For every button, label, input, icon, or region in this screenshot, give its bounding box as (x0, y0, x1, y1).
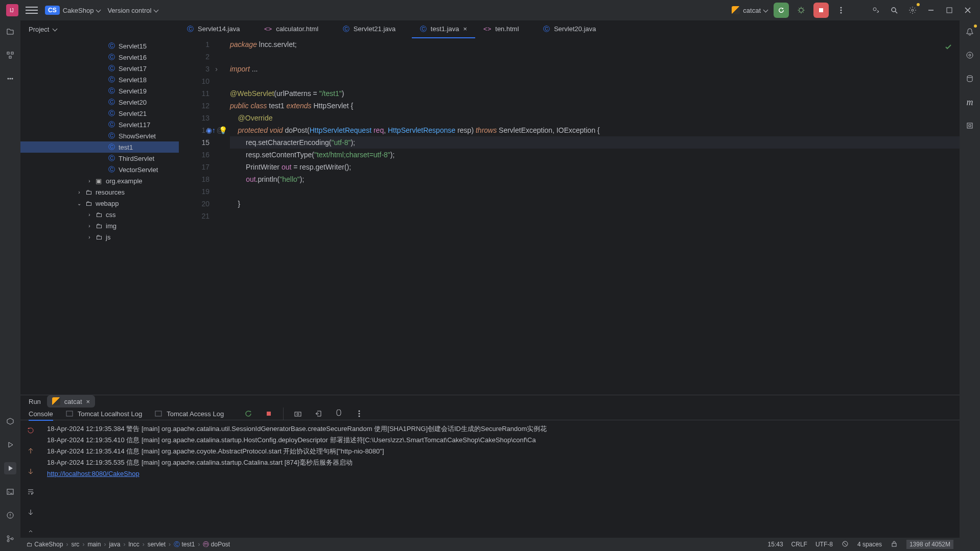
project-tool-button[interactable] (4, 26, 16, 38)
code-line[interactable] (230, 185, 960, 198)
code-line[interactable] (230, 51, 960, 63)
line-gutter[interactable]: 123›1011121314◉↑@15161718192021 (179, 38, 215, 395)
run-config-tab[interactable]: catcat × (47, 395, 95, 408)
gutter-line[interactable]: 19 (179, 185, 209, 198)
chevron-right-icon[interactable]: › (84, 178, 95, 184)
tree-folder-item[interactable]: ›🗀js (20, 231, 179, 243)
code-line[interactable]: } (230, 198, 960, 210)
tree-folder-item[interactable]: ›🗀resources (20, 186, 179, 198)
gutter-line[interactable]: 18 (179, 173, 209, 185)
settings-button[interactable] (906, 4, 919, 16)
git-tool-button[interactable] (4, 533, 16, 545)
tree-folder-item[interactable]: ›🗀css (20, 209, 179, 220)
search-button[interactable] (888, 4, 900, 16)
gutter-line[interactable]: 17 (179, 161, 209, 173)
tabs-more-button[interactable] (947, 23, 960, 36)
project-tool-header[interactable]: Project (20, 26, 179, 33)
tree-class-item[interactable]: ⒸServlet117 (20, 119, 179, 130)
gutter-line[interactable]: 10 (179, 75, 209, 87)
tree-class-item[interactable]: ⒸServlet19 (20, 85, 179, 97)
code-line[interactable]: public class test1 extends HttpServlet { (230, 100, 960, 112)
close-icon[interactable]: × (86, 398, 90, 405)
scroll-button[interactable] (25, 506, 37, 518)
coverage-button[interactable] (964, 119, 976, 132)
breadcrumb-item[interactable]: java (109, 541, 120, 548)
more-actions-button[interactable] (835, 4, 847, 16)
gutter-line[interactable]: 2 (179, 51, 209, 63)
wrap-button[interactable] (25, 486, 37, 498)
more-tool-button[interactable] (4, 73, 16, 85)
notifications-button[interactable] (964, 26, 976, 38)
code-area[interactable]: package lncc.servlet;import ...@WebServl… (215, 38, 960, 395)
access-log-tab[interactable]: Tomcat Access Log (154, 410, 224, 418)
override-icon[interactable]: ◉↑ (206, 124, 216, 136)
code-line[interactable]: import ... (230, 63, 960, 75)
editor-tab[interactable]: <>calculator.html× (256, 20, 335, 38)
tree-class-item[interactable]: Ⓒtest1 (20, 141, 179, 153)
breadcrumbs[interactable]: 🗀 CakeShop›src›main›java›lncc›servlet›Ⓒ … (27, 540, 230, 549)
editor-tab[interactable]: ⒸServlet14.java× (179, 20, 256, 38)
gutter-line[interactable]: 13 (179, 112, 209, 124)
console-output[interactable]: 18-Apr-2024 12:19:35.384 警告 [main] org.a… (41, 420, 960, 539)
run-config-selector[interactable]: catcat (732, 6, 767, 14)
readonly-icon[interactable] (841, 540, 849, 549)
chevron-right-icon[interactable]: › (84, 223, 95, 229)
maven-button[interactable]: m (964, 96, 976, 108)
rerun-button[interactable] (242, 408, 254, 420)
breadcrumb-item[interactable]: 🗀 CakeShop (27, 541, 63, 548)
minimize-button[interactable] (925, 4, 937, 16)
tree-class-item[interactable]: ⒸServlet16 (20, 52, 179, 63)
tree-class-item[interactable]: ⒸShowServlet (20, 130, 179, 141)
code-with-me-button[interactable] (870, 4, 882, 16)
gutter-line[interactable]: 21 (179, 210, 209, 222)
screenshot-button[interactable] (292, 408, 304, 420)
tree-folder-item[interactable]: ⌄🗀webapp (20, 198, 179, 209)
ai-assistant-button[interactable] (964, 49, 976, 61)
project-tree[interactable]: ⒸServlet15ⒸServlet16ⒸServlet17ⒸServlet18… (20, 38, 179, 395)
run-more-button[interactable] (353, 408, 365, 420)
problems-tool-button[interactable] (4, 509, 16, 521)
code-line[interactable]: out.println("hello"); (230, 173, 960, 185)
indent-info[interactable]: 4 spaces (857, 541, 882, 548)
chevron-down-icon[interactable]: ⌄ (74, 201, 84, 206)
caret-position[interactable]: 15:43 (768, 541, 783, 548)
stop-button[interactable] (813, 3, 829, 18)
project-selector[interactable]: CS CakeShop (45, 6, 100, 15)
tree-folder-item[interactable]: ›🗀img (20, 220, 179, 231)
breadcrumb-item[interactable]: servlet (148, 541, 166, 548)
tree-class-item[interactable]: ⒸThirdServlet (20, 153, 179, 164)
file-encoding[interactable]: UTF-8 (815, 541, 833, 548)
breadcrumb-item[interactable]: lncc (128, 541, 139, 548)
editor-tab[interactable]: ⒸServlet20.java× (535, 20, 612, 38)
editor-tab[interactable]: Ⓒtest1.java× (412, 20, 475, 38)
code-line[interactable]: PrintWriter out = resp.getWriter(); (230, 161, 960, 173)
code-line[interactable]: @WebServlet(urlPatterns = "/test1") (230, 87, 960, 100)
tree-class-item[interactable]: ⒸServlet18 (20, 74, 179, 85)
debug-button[interactable] (795, 4, 807, 16)
close-button[interactable] (962, 4, 974, 16)
close-icon[interactable]: × (463, 25, 468, 33)
build-tool-button[interactable] (4, 415, 16, 427)
maximize-button[interactable] (943, 4, 955, 16)
services-tool-button[interactable] (4, 439, 16, 451)
tree-folder-item[interactable]: ›▣org.example (20, 175, 179, 186)
tree-class-item[interactable]: ⒸServlet21 (20, 108, 179, 119)
gutter-line[interactable]: 14◉↑@ (179, 124, 209, 136)
tree-class-item[interactable]: ⒸServlet15 (20, 40, 179, 52)
exit-button[interactable] (312, 408, 324, 420)
gutter-line[interactable]: 12 (179, 100, 209, 112)
expand-button[interactable] (25, 526, 37, 539)
gutter-line[interactable]: 1 (179, 38, 209, 51)
structure-tool-button[interactable] (4, 49, 16, 61)
console-tab[interactable]: Console (29, 410, 53, 421)
tree-class-item[interactable]: ⒸVectorServlet (20, 164, 179, 175)
gutter-line[interactable]: 3› (179, 63, 209, 75)
editor-tab[interactable]: ⒸServlet21.java× (335, 20, 412, 38)
server-url-link[interactable]: http://localhost:8080/CakeShop (47, 470, 139, 477)
gutter-line[interactable]: 15 (179, 136, 209, 149)
reload-button[interactable] (774, 3, 789, 18)
up-button[interactable] (25, 445, 37, 457)
thread-dump-button[interactable] (333, 408, 345, 420)
code-line[interactable] (230, 210, 960, 222)
vcs-menu[interactable]: Version control (107, 7, 158, 14)
